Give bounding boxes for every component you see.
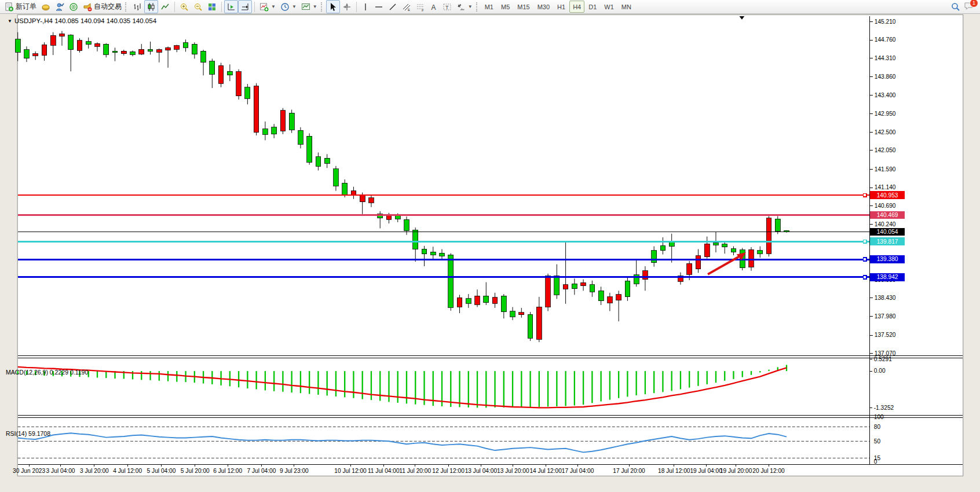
time-axis-label: 18 Jul 12:00 (658, 468, 690, 474)
tab-timeframe-d1[interactable]: D1 (585, 1, 600, 13)
indicators-button[interactable]: ▼ (257, 0, 278, 13)
time-axis-label: 13 Jul 20:00 (497, 468, 529, 474)
svg-text:A: A (431, 3, 436, 11)
time-axis-label: 19 Jul 04:00 (690, 468, 722, 474)
auto-trading-button[interactable]: 自动交易 (81, 0, 124, 13)
templates-button[interactable]: ▼ (299, 0, 320, 13)
line-chart-icon (160, 2, 170, 12)
price-line-handle[interactable] (863, 258, 866, 261)
toolbar-separator (356, 2, 357, 12)
tab-timeframe-h1[interactable]: H1 (554, 1, 569, 13)
price-axis-label: 142.500 (875, 129, 896, 135)
toolbar-separator (221, 2, 222, 12)
horizontal-line-icon (374, 2, 383, 12)
toolbar-separator (254, 2, 255, 12)
macd-axis-label: 0.00 (874, 368, 886, 374)
time-axis-label: 20 Jul 12:00 (752, 468, 785, 474)
chart-shift-button[interactable] (238, 0, 252, 13)
chart-svg: 145.210144.760144.310143.860143.400142.9… (0, 14, 980, 492)
channel-icon: E (402, 2, 411, 12)
market-watch-button[interactable] (53, 0, 67, 13)
price-axis-label: 137.520 (875, 332, 896, 338)
fibonacci-tool-button[interactable]: F (414, 0, 427, 13)
text-tool-button[interactable]: A (427, 0, 440, 13)
price-axis-label: 137.980 (875, 313, 896, 320)
price-line-handle[interactable] (863, 193, 866, 197)
cursor-tool-button[interactable] (326, 0, 340, 13)
hline-tool-button[interactable] (372, 0, 386, 13)
zoom-in-button[interactable] (177, 0, 191, 13)
indicators-icon (259, 2, 269, 12)
price-badge-label: 139.817 (877, 238, 898, 245)
rsi-axis-label: 0 (874, 458, 877, 465)
chart-canvas[interactable]: 145.210144.760144.310143.860143.400142.9… (0, 14, 980, 492)
line-chart-type-button[interactable] (158, 0, 172, 13)
trendline-icon (388, 2, 397, 12)
rsi-axis-label: 80 (874, 424, 881, 430)
price-line-handle[interactable] (863, 240, 866, 243)
notifications-button[interactable]: 1 (964, 1, 974, 13)
price-axis-label: 140.690 (875, 203, 896, 209)
text-label-tool-button[interactable]: T (440, 0, 454, 13)
svg-text:T: T (445, 4, 449, 10)
tile-windows-button[interactable] (205, 0, 219, 13)
time-axis-label: 7 Jul 04:00 (247, 468, 276, 474)
toolbar-grip (321, 2, 324, 12)
gold-brush-icon (41, 2, 50, 12)
tab-timeframe-m30[interactable]: M30 (534, 1, 553, 13)
price-axis-label: 142.950 (875, 111, 896, 117)
new-order-label: 新订单 (16, 2, 36, 12)
tile-windows-icon (207, 2, 217, 12)
time-axis-label: 19 Jul 20:00 (720, 468, 752, 474)
candlestick-chart-type-button[interactable] (144, 0, 158, 13)
time-axis-label: 11 Jul 04:00 (368, 468, 400, 474)
chevron-down-icon: ▼ (468, 4, 473, 9)
price-axis-label: 144.760 (875, 36, 896, 43)
search-icon[interactable] (951, 2, 960, 12)
tab-timeframe-m1[interactable]: M1 (481, 1, 497, 13)
price-axis-label: 138.430 (875, 295, 896, 301)
chart-shift-icon (240, 2, 250, 12)
clock-icon (280, 2, 290, 12)
price-axis-label: 144.310 (875, 55, 896, 61)
time-axis-label: 10 Jul 12:00 (334, 468, 367, 474)
chevron-down-icon: ▼ (292, 4, 297, 9)
macd-axis-label: -1.3252 (874, 405, 894, 411)
signals-button[interactable] (67, 0, 81, 13)
time-axis-label: 17 Jul 20:00 (613, 468, 645, 474)
price-axis-label: 145.210 (875, 19, 896, 25)
auto-scroll-icon (226, 2, 236, 12)
arrows-tool-button[interactable]: ▼ (454, 0, 475, 13)
toolbar-separator (174, 2, 175, 12)
fibonacci-icon: F (416, 2, 425, 12)
time-axis-label: 11 Jul 20:00 (399, 468, 431, 474)
tab-timeframe-mn[interactable]: MN (618, 1, 635, 13)
auto-scroll-button[interactable] (224, 0, 238, 13)
time-axis-label: 12 Jul 12:00 (432, 468, 465, 474)
chart-window-frame (17, 14, 963, 476)
text-icon: A (430, 2, 438, 12)
macd-axis-label: 0.5291 (874, 356, 892, 362)
periods-button[interactable]: ▼ (278, 0, 299, 13)
price-axis-label: 140.240 (875, 221, 896, 227)
styler-button[interactable] (39, 0, 53, 13)
time-axis-label: 4 Jul 12:00 (113, 468, 142, 474)
vline-tool-button[interactable] (359, 0, 372, 13)
rsi-axis-label: 50 (874, 438, 881, 445)
tab-timeframe-w1[interactable]: W1 (601, 1, 617, 13)
trendline-tool-button[interactable] (386, 0, 400, 13)
price-line-handle[interactable] (863, 276, 866, 279)
bar-chart-icon (133, 2, 142, 12)
tab-timeframe-h4[interactable]: H4 (569, 1, 584, 13)
crosshair-tool-button[interactable] (340, 0, 354, 13)
price-axis-label: 143.400 (875, 92, 896, 98)
bar-chart-type-button[interactable] (130, 0, 144, 13)
tab-timeframe-m15[interactable]: M15 (514, 1, 533, 13)
equidistant-channel-button[interactable]: E (400, 0, 414, 13)
price-badge-label: 140.953 (877, 192, 898, 199)
svg-text:E: E (408, 8, 410, 12)
rsi-axis-label: 100 (874, 414, 884, 420)
zoom-out-button[interactable] (191, 0, 205, 13)
tab-timeframe-m5[interactable]: M5 (498, 1, 513, 13)
new-order-button[interactable]: 新订单 (2, 0, 39, 13)
